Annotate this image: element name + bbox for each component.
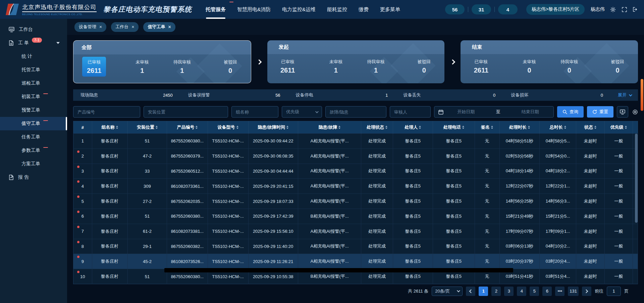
sidebar-group-workorders[interactable]: 工 单 7-1: [0, 36, 67, 50]
page-scrollbar-thumb[interactable]: [641, 79, 643, 111]
card-stat[interactable]: 已审核 2611: [276, 59, 300, 74]
page-button[interactable]: 2: [491, 287, 501, 296]
sidebar-subitem[interactable]: 巡检工单: [0, 77, 67, 90]
table-row[interactable]: 3 黎各庄村 33 867552060512... TS5102-HCM-...…: [73, 164, 638, 179]
sidebar-item-workbench[interactable]: 工作台: [0, 23, 67, 36]
sort-icon[interactable]: [491, 126, 493, 129]
alert-counter[interactable]: 31: [472, 4, 491, 14]
next-page-button[interactable]: [582, 287, 591, 296]
nav-item[interactable]: 更多菜单: [374, 0, 406, 19]
page-size-select[interactable]: 20条/页: [432, 287, 463, 296]
nav-item[interactable]: 托管服务: [200, 0, 231, 19]
sidebar-subitem[interactable]: 任务工单: [0, 130, 67, 144]
column-header[interactable]: 安装位置: [127, 121, 167, 134]
sort-icon[interactable]: [236, 126, 238, 129]
product-code-input[interactable]: [73, 106, 140, 118]
page-button[interactable]: 131: [568, 287, 579, 296]
alert-counter[interactable]: 4: [498, 4, 518, 14]
group-name-input[interactable]: [231, 106, 278, 118]
sidebar-subitem[interactable]: 统 计: [0, 50, 67, 63]
card-stat[interactable]: 待我审核 1: [364, 59, 388, 74]
table-row[interactable]: 8 黎各庄村 29-1 867552060382... TS5102-HCM-.…: [73, 239, 638, 254]
table-row[interactable]: 6 黎各庄村 51 867552060380... TS5102-HCM-...…: [73, 209, 638, 224]
sort-icon[interactable]: [338, 126, 340, 129]
table-settings-button[interactable]: [632, 109, 638, 115]
open-tab[interactable]: 值守工单 ×: [143, 22, 175, 32]
table-row[interactable]: 1 黎各庄村 51 867552060380... TS5102-HCM-...…: [73, 134, 638, 149]
card-stat[interactable]: 被驳回 0: [606, 59, 629, 74]
card-stat[interactable]: 被驳回 0: [412, 59, 436, 74]
column-header[interactable]: 组名称: [92, 121, 127, 134]
column-header[interactable]: 隐患/故障: [298, 121, 361, 134]
close-icon[interactable]: ×: [131, 25, 134, 29]
page-button[interactable]: 1: [479, 287, 488, 296]
column-header[interactable]: 总时长: [540, 121, 576, 134]
expand-toggle[interactable]: 展开: [613, 92, 636, 98]
page-button[interactable]: 4: [517, 287, 526, 296]
column-header[interactable]: 处理人: [393, 121, 433, 134]
card-stat[interactable]: 已审核 2611: [469, 59, 493, 74]
settings-icon[interactable]: [610, 7, 616, 12]
column-header[interactable]: 隐患/故障时间: [248, 121, 298, 134]
sort-icon[interactable]: [528, 126, 530, 129]
install-location-input[interactable]: [144, 106, 228, 118]
page-button[interactable]: 5: [530, 287, 539, 296]
column-header[interactable]: 设备型号: [208, 121, 248, 134]
date-range-picker[interactable]: 开始日期 至 结束日期: [434, 106, 554, 118]
fullscreen-icon[interactable]: [622, 7, 627, 12]
column-header[interactable]: 处理电话: [433, 121, 475, 134]
sort-icon[interactable]: [625, 126, 627, 129]
close-icon[interactable]: ×: [168, 25, 171, 29]
card-stat[interactable]: 未审核 1: [324, 59, 347, 74]
open-tab[interactable]: 设备管理 ×: [74, 22, 106, 32]
nav-item[interactable]: 智慧用电&消防: [231, 0, 276, 19]
page-button[interactable]: •••: [555, 287, 565, 296]
column-header[interactable]: 产品编号: [167, 121, 208, 134]
sidebar-subitem[interactable]: 值守工单: [0, 117, 67, 130]
sort-icon[interactable]: [156, 126, 158, 129]
sort-icon[interactable]: [116, 126, 118, 129]
prev-page-button[interactable]: [466, 287, 475, 296]
sidebar-subitem[interactable]: 参数工单: [0, 144, 67, 157]
sort-icon[interactable]: [196, 126, 198, 129]
card-stat[interactable]: 未审核 1: [130, 59, 154, 77]
close-icon[interactable]: ×: [99, 25, 102, 29]
sort-icon[interactable]: [286, 126, 288, 129]
export-display-button[interactable]: [617, 106, 628, 118]
table-row[interactable]: 5 黎各庄村 27-2 867552062035... TS5102-HCM-.…: [73, 194, 638, 209]
table-row[interactable]: 2 黎各庄村 47-2 867552060379... TS5102-HCM-.…: [73, 148, 638, 164]
nav-item[interactable]: 电力监控&运维: [276, 0, 321, 19]
column-header[interactable]: 处理状态: [361, 121, 393, 134]
card-stat[interactable]: 待我审核 1: [170, 59, 194, 77]
open-tab[interactable]: 工作台 ×: [111, 22, 139, 32]
search-button[interactable]: 查询: [557, 106, 584, 118]
column-header[interactable]: 处理时长: [499, 121, 539, 134]
logout-icon[interactable]: [633, 7, 638, 12]
sort-icon[interactable]: [419, 126, 421, 129]
nav-item[interactable]: 能耗监控: [321, 0, 353, 19]
sidebar-subitem[interactable]: 方案工单: [0, 157, 67, 171]
reset-button[interactable]: 重置: [587, 106, 613, 118]
sort-icon[interactable]: [564, 126, 566, 129]
page-button[interactable]: 6: [542, 287, 552, 296]
card-stat[interactable]: 待我审核 0: [557, 59, 581, 74]
nav-item[interactable]: 缴费: [353, 0, 374, 19]
sort-icon[interactable]: [462, 126, 464, 129]
fault-input[interactable]: [325, 106, 386, 118]
sidebar-item-report[interactable]: 报 告: [0, 171, 67, 184]
column-header[interactable]: #: [73, 121, 92, 134]
priority-select[interactable]: 优先级: [282, 106, 322, 118]
goto-page-input[interactable]: [607, 287, 621, 296]
column-header[interactable]: 状态: [576, 121, 604, 134]
card-stat[interactable]: 未审核 0: [518, 59, 541, 74]
reviewer-input[interactable]: [390, 106, 431, 118]
page-button[interactable]: 3: [504, 287, 514, 296]
sort-icon[interactable]: [594, 126, 596, 129]
sort-icon[interactable]: [385, 126, 387, 129]
table-scrollbar-thumb[interactable]: [635, 134, 638, 223]
table-row[interactable]: 4 黎各庄村 309 861082073361... TS5102-HCM-..…: [73, 179, 638, 194]
sidebar-subitem[interactable]: 预警工单: [0, 103, 67, 117]
sidebar-subitem[interactable]: 托管工单: [0, 63, 67, 77]
column-header[interactable]: 签名: [475, 121, 499, 134]
column-header[interactable]: 优先级: [604, 121, 633, 134]
